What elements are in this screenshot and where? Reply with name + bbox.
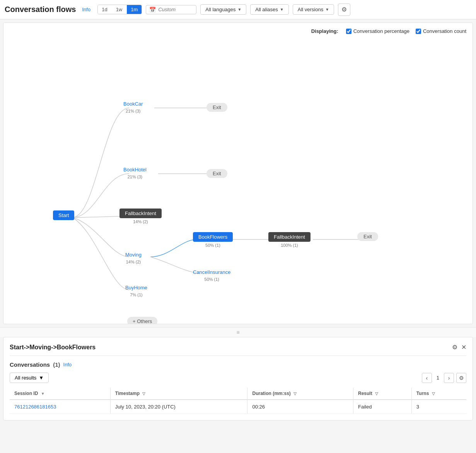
table-row: 761212686181653 July 10, 2023, 20:20 (UT… — [10, 400, 466, 414]
node-fallback1-box[interactable]: FallbackIntent — [119, 209, 162, 218]
flow-canvas: Displaying: Conversation percentage Conv… — [3, 22, 473, 324]
panel-title: Start->Moving->BookFlowers — [10, 344, 96, 351]
node-bookflowers-box[interactable]: BookFlowers — [193, 232, 233, 242]
node-exit3: Exit — [357, 232, 378, 241]
all-results-label: All results — [15, 375, 36, 381]
node-buyhome[interactable]: BuyHome 7% (1) — [125, 284, 147, 297]
calendar-icon: 📅 — [149, 7, 156, 13]
versions-filter-btn[interactable]: All versions ▼ — [293, 4, 334, 15]
conversations-info-link[interactable]: Info — [63, 362, 72, 368]
node-moving-stat: 14% (2) — [126, 260, 141, 264]
duration-sort-icon: ▽ — [293, 391, 297, 396]
col-timestamp[interactable]: Timestamp ▽ — [110, 388, 247, 400]
conv-count-checkbox[interactable] — [416, 29, 421, 34]
col-turns[interactable]: Turns ▽ — [411, 388, 466, 400]
conv-percentage-label: Conversation percentage — [353, 28, 409, 34]
info-link[interactable]: Info — [82, 7, 90, 12]
node-moving-box[interactable]: Moving — [125, 251, 142, 258]
node-bookhotel-box[interactable]: BookHotel — [123, 166, 147, 173]
node-bookflowers[interactable]: BookFlowers 50% (1) — [193, 232, 233, 248]
timestamp-sort-icon: ▽ — [142, 391, 145, 396]
conversations-table: Session ID ▼ Timestamp ▽ Duration (mm:ss… — [10, 388, 466, 414]
node-exit2-box: Exit — [206, 169, 227, 178]
language-filter-arrow: ▼ — [237, 7, 241, 12]
conv-percentage-checkbox[interactable] — [346, 29, 351, 34]
table-header-row: Session ID ▼ Timestamp ▽ Duration (mm:ss… — [10, 388, 466, 400]
col-session-id[interactable]: Session ID ▼ — [10, 388, 110, 400]
turns-sort-icon: ▽ — [432, 391, 435, 396]
conversations-count: (1) — [53, 361, 60, 368]
custom-date-input[interactable] — [158, 7, 193, 12]
time-controls: 1d 1w 1m — [97, 5, 142, 14]
node-others[interactable]: + Others — [127, 317, 157, 324]
panel-gear-btn[interactable]: ⚙ — [452, 344, 457, 351]
table-body: 761212686181653 July 10, 2023, 20:20 (UT… — [10, 400, 466, 414]
node-exit1-box: Exit — [206, 103, 227, 112]
time-1w-btn[interactable]: 1w — [112, 5, 126, 14]
col-result[interactable]: Result ▽ — [353, 388, 412, 400]
time-1m-btn[interactable]: 1m — [127, 5, 142, 14]
node-cancelinsurance-stat: 50% (1) — [205, 277, 220, 282]
displaying-label: Displaying: — [311, 28, 338, 34]
aliases-filter-arrow: ▼ — [280, 7, 284, 12]
node-fallback1-stat: 14% (2) — [133, 219, 148, 224]
node-bookcar-stat: 21% (3) — [126, 109, 141, 113]
node-bookcar-box[interactable]: BookCar — [123, 100, 143, 108]
top-bar: Conversation flows Info 1d 1w 1m 📅 All l… — [0, 0, 476, 19]
result-sort-icon: ▽ — [375, 391, 378, 396]
conv-count-label: Conversation count — [423, 28, 466, 34]
cell-timestamp: July 10, 2023, 20:20 (UTC) — [110, 400, 247, 414]
all-results-btn[interactable]: All results ▼ — [10, 373, 49, 383]
node-buyhome-box[interactable]: BuyHome — [125, 284, 147, 291]
flow-connections-svg — [3, 23, 473, 324]
filter-row: All results ▼ ‹ 1 › ⚙ — [10, 373, 466, 383]
node-moving[interactable]: Moving 14% (2) — [125, 251, 142, 264]
panel-icons: ⚙ ✕ — [452, 344, 466, 351]
display-options: Displaying: Conversation percentage Conv… — [311, 28, 466, 34]
node-fallback1[interactable]: FallbackIntent 14% (2) — [119, 209, 162, 224]
versions-filter-arrow: ▼ — [325, 7, 329, 12]
node-start-box[interactable]: Start — [53, 210, 74, 220]
node-exit2: Exit — [206, 169, 227, 178]
node-start[interactable]: Start — [53, 210, 74, 220]
conversations-label: Conversations — [10, 361, 50, 368]
node-cancelinsurance-box[interactable]: CancelInsurance — [193, 268, 231, 276]
language-filter-btn[interactable]: All languages ▼ — [200, 4, 246, 15]
cell-duration: 00:26 — [247, 400, 353, 414]
panel-header: Start->Moving->BookFlowers ⚙ ✕ — [10, 344, 466, 356]
pagination-gear-btn[interactable]: ⚙ — [456, 373, 466, 383]
node-exit3-box: Exit — [357, 232, 378, 241]
node-cancelinsurance[interactable]: CancelInsurance 50% (1) — [193, 268, 231, 282]
next-page-btn[interactable]: › — [444, 373, 454, 383]
node-bookhotel[interactable]: BookHotel 21% (3) — [123, 166, 147, 179]
aliases-filter-btn[interactable]: All aliases ▼ — [250, 4, 288, 15]
time-1d-btn[interactable]: 1d — [98, 5, 111, 14]
page-title: Conversation flows — [5, 5, 76, 14]
node-buyhome-stat: 7% (1) — [130, 292, 142, 297]
cell-turns: 3 — [411, 400, 466, 414]
panel-close-btn[interactable]: ✕ — [461, 344, 466, 351]
node-bookhotel-stat: 21% (3) — [128, 174, 143, 179]
pagination: ‹ 1 › ⚙ — [422, 373, 466, 383]
conv-percentage-checkbox-item[interactable]: Conversation percentage — [346, 28, 409, 34]
session-sort-icon: ▼ — [41, 391, 45, 396]
node-bookcar[interactable]: BookCar 21% (3) — [123, 100, 143, 113]
col-duration[interactable]: Duration (mm:ss) ▽ — [247, 388, 353, 400]
cell-session-id[interactable]: 761212686181653 — [10, 400, 110, 414]
settings-gear-btn[interactable]: ⚙ — [338, 3, 350, 16]
all-results-arrow: ▼ — [39, 375, 44, 381]
node-fallback2-box[interactable]: FallbackIntent — [268, 232, 311, 242]
drag-handle[interactable]: ≡ — [0, 327, 476, 337]
custom-date-input-wrap: 📅 — [146, 5, 196, 14]
node-bookflowers-stat: 50% (1) — [205, 243, 220, 248]
conversations-header: Conversations (1) Info — [10, 361, 466, 368]
conv-count-checkbox-item[interactable]: Conversation count — [416, 28, 466, 34]
cell-result: Failed — [353, 400, 412, 414]
page-number: 1 — [434, 375, 442, 381]
node-others-box[interactable]: + Others — [127, 317, 157, 324]
prev-page-btn[interactable]: ‹ — [422, 373, 432, 383]
aliases-filter-label: All aliases — [255, 7, 278, 12]
node-fallback2[interactable]: FallbackIntent 100% (1) — [268, 232, 311, 248]
node-fallback2-stat: 100% (1) — [281, 243, 298, 248]
node-exit1: Exit — [206, 103, 227, 112]
